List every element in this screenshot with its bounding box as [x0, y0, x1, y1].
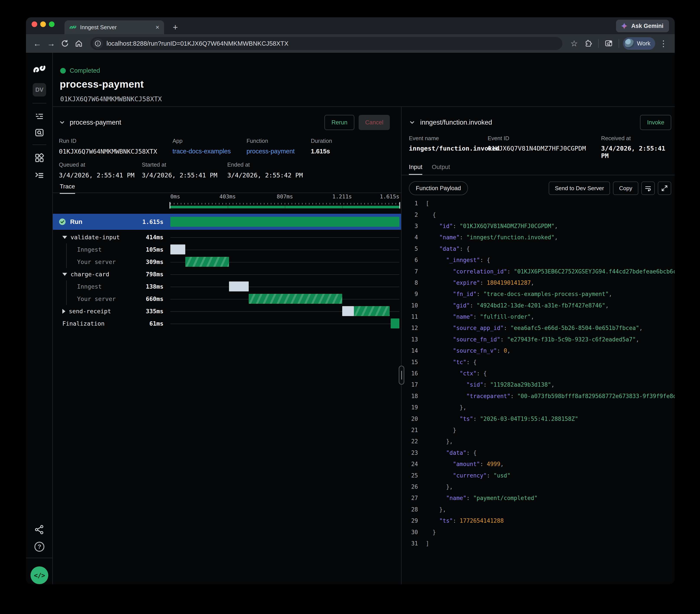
window-controls	[32, 22, 54, 27]
trace-step-duration: 1.615s	[53, 214, 163, 230]
trace-step-duration: 798ms	[53, 268, 163, 280]
tab-close-icon[interactable]: ×	[155, 24, 159, 30]
code-line: 6 "_inngest": {	[401, 254, 675, 266]
line-number: 26	[401, 484, 418, 490]
trace-bar-segment	[170, 217, 399, 227]
axis-tick-label: 807ms	[277, 193, 293, 200]
code-line: 5 "data": {	[401, 243, 675, 254]
axis-tick-label: 0ms	[170, 193, 180, 200]
payload-code-editor[interactable]: 1[2 {3 "id": "01KJX6Q7V81N4DMZ7HFJ0CGPDM…	[401, 198, 675, 584]
word-wrap-button[interactable]	[641, 181, 655, 195]
browser-tab[interactable]: Inngest Server ×	[64, 20, 164, 34]
row-grid-line	[170, 237, 399, 238]
extensions-icon[interactable]	[582, 37, 595, 50]
code-line: 17 "sid": "119282aa29b3d138",	[401, 379, 675, 390]
trace-row-validate-input[interactable]: validate-input414ms	[53, 231, 401, 243]
tab-input[interactable]: Input	[409, 164, 422, 175]
code-text: "name": "payment/completed"	[426, 495, 538, 501]
line-number: 21	[401, 427, 418, 433]
trace-step-duration: 105ms	[53, 243, 163, 256]
meta-function: Function process-payment	[247, 138, 295, 155]
back-icon[interactable]: ←	[31, 37, 43, 50]
trace-row-inngest[interactable]: Inngest105ms	[53, 243, 401, 256]
sidebar-item-events[interactable]	[26, 128, 53, 138]
trace-row-inngest[interactable]: Inngest138ms	[53, 280, 401, 293]
code-line: 23 "data": {	[401, 447, 675, 458]
tab-output[interactable]: Output	[432, 164, 450, 174]
code-text: "expire": 1804190141287,	[426, 280, 534, 286]
meta-duration: Duration 1.615s	[311, 138, 332, 155]
trace-row-finalization[interactable]: Finalization61ms	[53, 317, 401, 330]
profile-button[interactable]: Work	[623, 37, 655, 50]
dev-tools-fab[interactable]: </>	[26, 566, 53, 584]
maximize-window-button[interactable]	[49, 22, 54, 27]
copy-button[interactable]: Copy	[613, 181, 638, 195]
line-number: 22	[401, 438, 418, 445]
tab-trace[interactable]: Trace	[60, 183, 75, 194]
code-line: 13 "source_fn_id": "e27943fe-f31b-5c9b-9…	[401, 334, 675, 345]
inngest-logo-icon	[26, 64, 53, 74]
invoke-button[interactable]: Invoke	[640, 115, 671, 130]
code-line: 2 {	[401, 209, 675, 220]
new-tab-button[interactable]: +	[171, 23, 180, 32]
page-title: process-payment	[60, 78, 144, 90]
line-number: 14	[401, 347, 418, 354]
expand-button[interactable]	[658, 181, 671, 195]
meta-app: App trace-docs-examples	[173, 138, 231, 155]
code-text: "name": "fulfill-order",	[426, 314, 534, 320]
trace-row-your-server[interactable]: Your server309ms	[53, 256, 401, 268]
cancel-button[interactable]: Cancel	[359, 115, 390, 130]
send-to-dev-server-button[interactable]: Send to Dev Server	[549, 181, 610, 195]
trace-row-send-receipt[interactable]: send-receipt335ms	[53, 305, 401, 317]
trace-row-charge-card[interactable]: charge-card798ms	[53, 268, 401, 280]
function-link[interactable]: process-payment	[247, 148, 295, 155]
row-grid-line	[170, 250, 399, 250]
bookmark-star-icon[interactable]: ☆	[568, 37, 580, 50]
chevron-down-icon[interactable]	[59, 119, 65, 126]
code-line: 28 },	[401, 504, 675, 515]
minimize-window-button[interactable]	[40, 22, 46, 27]
line-number: 1	[401, 200, 418, 207]
browser-menu-kebab-icon[interactable]: ⋮	[657, 37, 670, 50]
row-grid-line	[170, 324, 399, 324]
sidebar-divider	[26, 558, 53, 558]
browser-toolbar: ← → localhost:8288/run?runID=01KJX6Q7W64…	[26, 34, 675, 53]
code-text: },	[426, 506, 446, 513]
code-text: [	[426, 200, 429, 207]
function-payload-pill[interactable]: Function Payload	[409, 181, 468, 195]
rerun-button[interactable]: Rerun	[324, 115, 354, 130]
app-link[interactable]: trace-docs-examples	[173, 148, 231, 155]
code-text: }	[426, 427, 456, 433]
home-icon[interactable]	[73, 37, 85, 50]
share-icon[interactable]	[26, 524, 53, 535]
code-line: 26 },	[401, 481, 675, 493]
line-number: 24	[401, 461, 418, 467]
trace-row-run[interactable]: Run1.615s	[53, 214, 401, 230]
line-number: 3	[401, 223, 418, 229]
code-line: 10 "gid": "4924bd12-13de-4201-a31e-fb7f4…	[401, 300, 675, 311]
help-icon[interactable]: ?	[26, 542, 53, 552]
line-number: 6	[401, 257, 418, 263]
sidebar-item-apps[interactable]	[26, 153, 53, 163]
event-panel: inngest/function.invoked Invoke Event na…	[401, 107, 675, 584]
line-number: 10	[401, 302, 418, 309]
trace-row-your-server[interactable]: Your server660ms	[53, 293, 401, 305]
side-panel-search-icon[interactable]	[603, 37, 615, 50]
panel-resize-handle[interactable]	[399, 366, 404, 385]
inngest-app: DV ? </>	[26, 53, 675, 584]
site-info-icon[interactable]	[93, 38, 103, 49]
code-text: "ts": 1772654141288	[426, 517, 504, 524]
timeline-minimap[interactable]	[170, 203, 399, 211]
environment-badge[interactable]: DV	[26, 83, 53, 97]
code-text: "id": "01KJX6Q7V81N4DMZ7HFJ0CGPDM",	[426, 223, 558, 229]
ask-gemini-button[interactable]: Ask Gemini	[616, 20, 669, 32]
code-text: }	[426, 529, 436, 536]
url-bar[interactable]: localhost:8288/run?runID=01KJX6Q7W64NMKM…	[90, 37, 562, 50]
reload-icon[interactable]	[59, 37, 71, 50]
close-window-button[interactable]	[32, 22, 37, 27]
sidebar-item-runs[interactable]	[26, 111, 53, 121]
sidebar-item-terminal[interactable]	[26, 170, 53, 180]
chevron-down-icon[interactable]	[409, 119, 415, 126]
code-text: "correlation_id": "01KJX6P53EB6C2752XGSE…	[426, 268, 675, 275]
forward-icon[interactable]: →	[45, 37, 57, 50]
